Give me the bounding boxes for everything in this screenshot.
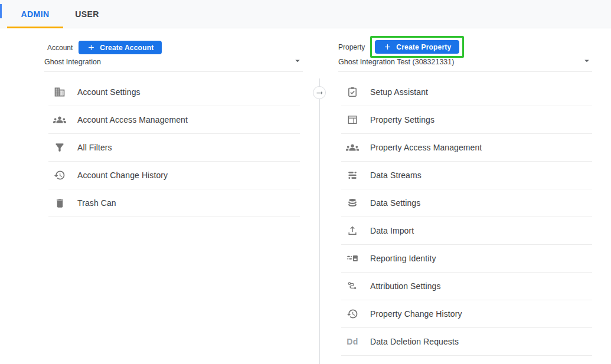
plus-icon bbox=[383, 42, 392, 51]
list-item-setup-assistant[interactable]: Setup Assistant bbox=[341, 78, 592, 106]
list-item-label: Trash Can bbox=[77, 198, 116, 208]
list-item-account-access-management[interactable]: Account Access Management bbox=[48, 106, 300, 134]
create-property-button[interactable]: Create Property bbox=[375, 40, 459, 54]
list-item-property-change-history[interactable]: Property Change History bbox=[341, 300, 592, 328]
list-item-label: Data Settings bbox=[370, 198, 420, 208]
list-item-trash-can[interactable]: Trash Can bbox=[48, 189, 300, 217]
list-item-label: Setup Assistant bbox=[370, 87, 428, 97]
reporting-identity-icon bbox=[346, 252, 359, 265]
groups-icon bbox=[53, 113, 66, 126]
collapse-column-toggle[interactable] bbox=[313, 86, 326, 99]
list-item-reporting-identity[interactable]: Reporting Identity bbox=[341, 245, 592, 273]
data-import-icon bbox=[346, 224, 359, 237]
history-icon bbox=[346, 307, 359, 320]
account-settings-list: Account Settings Account Access Manageme… bbox=[48, 78, 300, 217]
create-account-button-label: Create Account bbox=[100, 44, 153, 52]
admin-screen: ADMIN USER Account Create Account Ghost … bbox=[0, 0, 611, 364]
list-item-label: Property Access Management bbox=[370, 143, 482, 152]
list-item-property-settings[interactable]: Property Settings bbox=[341, 106, 592, 134]
groups-icon bbox=[346, 141, 359, 154]
filter-icon bbox=[53, 141, 66, 154]
property-label: Property bbox=[338, 43, 365, 51]
account-selector[interactable]: Ghost Integration bbox=[44, 58, 303, 71]
trash-icon bbox=[53, 196, 66, 209]
list-item-label: Data Deletion Requests bbox=[370, 337, 459, 346]
list-item-data-streams[interactable]: Data Streams bbox=[341, 162, 592, 189]
list-item-label: Data Import bbox=[370, 226, 414, 235]
business-icon bbox=[53, 86, 66, 99]
list-item-all-filters[interactable]: All Filters bbox=[48, 134, 300, 162]
tab-admin-label: ADMIN bbox=[21, 9, 50, 19]
list-item-label: Account Access Management bbox=[77, 115, 188, 124]
list-item-account-change-history[interactable]: Account Change History bbox=[48, 162, 300, 189]
list-item-data-import[interactable]: Data Import bbox=[341, 217, 592, 245]
list-item-account-settings[interactable]: Account Settings bbox=[48, 78, 300, 106]
list-item-label: Account Change History bbox=[77, 170, 168, 180]
list-item-label: Data Streams bbox=[370, 170, 422, 180]
attribution-icon bbox=[346, 280, 359, 293]
account-label: Account bbox=[47, 44, 73, 52]
list-item-data-settings[interactable]: Data Settings bbox=[341, 189, 592, 217]
arrow-right-icon bbox=[315, 88, 324, 97]
property-settings-icon bbox=[346, 113, 359, 126]
tab-user-label: USER bbox=[75, 9, 99, 19]
active-tab-indicator bbox=[7, 27, 63, 28]
column-divider bbox=[319, 78, 320, 364]
list-item-property-access-management[interactable]: Property Access Management bbox=[341, 134, 592, 162]
admin-user-tabbar: ADMIN USER bbox=[0, 0, 611, 28]
account-header: Account Create Account bbox=[47, 41, 162, 54]
tab-user[interactable]: USER bbox=[68, 0, 106, 28]
setup-assistant-icon bbox=[346, 86, 359, 99]
create-property-button-label: Create Property bbox=[396, 43, 451, 51]
highlight-annotation-box: Create Property bbox=[370, 36, 464, 58]
account-selector-value: Ghost Integration bbox=[44, 58, 101, 66]
data-streams-icon bbox=[346, 169, 359, 182]
list-item-label: Account Settings bbox=[77, 87, 141, 97]
chevron-down-icon bbox=[292, 55, 303, 66]
history-icon bbox=[53, 169, 66, 182]
tab-admin[interactable]: ADMIN bbox=[7, 0, 63, 28]
list-item-data-deletion-requests[interactable]: Dd Data Deletion Requests bbox=[341, 328, 592, 356]
dd-text-icon: Dd bbox=[346, 335, 359, 348]
left-edge-accent bbox=[0, 4, 2, 18]
list-item-label: Attribution Settings bbox=[370, 281, 441, 291]
chevron-down-icon bbox=[581, 55, 592, 66]
list-item-label: Property Settings bbox=[370, 115, 434, 124]
property-settings-list: Setup Assistant Property Settings Proper… bbox=[341, 78, 592, 356]
list-item-label: All Filters bbox=[77, 143, 112, 152]
property-header: Property Create Property bbox=[338, 36, 464, 58]
property-selector-value: Ghost Integration Test (308321331) bbox=[338, 58, 454, 66]
list-item-label: Property Change History bbox=[370, 309, 462, 319]
property-selector[interactable]: Ghost Integration Test (308321331) bbox=[338, 58, 592, 71]
list-item-attribution-settings[interactable]: Attribution Settings bbox=[341, 273, 592, 300]
data-settings-icon bbox=[346, 196, 359, 209]
plus-icon bbox=[87, 43, 96, 52]
create-account-button[interactable]: Create Account bbox=[79, 41, 162, 54]
list-item-label: Reporting Identity bbox=[370, 254, 436, 263]
